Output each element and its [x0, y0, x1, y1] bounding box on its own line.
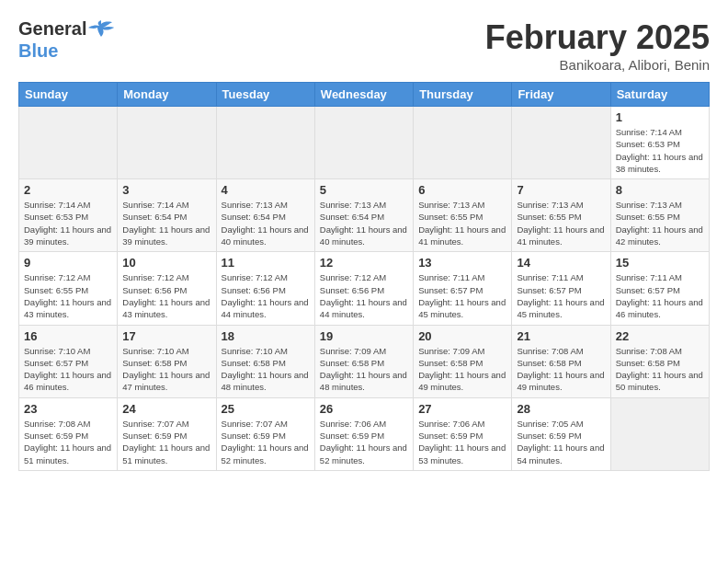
weekday-header-saturday: Saturday [610, 83, 709, 107]
day-info: Sunrise: 7:11 AM Sunset: 6:57 PM Dayligh… [616, 271, 704, 320]
calendar-week-3: 9Sunrise: 7:12 AM Sunset: 6:55 PM Daylig… [19, 252, 710, 325]
day-info: Sunrise: 7:11 AM Sunset: 6:57 PM Dayligh… [418, 271, 506, 320]
calendar-week-4: 16Sunrise: 7:10 AM Sunset: 6:57 PM Dayli… [19, 325, 710, 397]
day-number: 3 [122, 183, 210, 197]
day-info: Sunrise: 7:10 AM Sunset: 6:58 PM Dayligh… [222, 345, 310, 394]
calendar-cell: 6Sunrise: 7:13 AM Sunset: 6:55 PM Daylig… [414, 179, 512, 252]
logo-bird-icon [88, 20, 114, 37]
day-info: Sunrise: 7:12 AM Sunset: 6:56 PM Dayligh… [122, 271, 210, 320]
day-number: 21 [517, 329, 605, 343]
day-number: 11 [222, 256, 310, 270]
calendar-table: SundayMondayTuesdayWednesdayThursdayFrid… [18, 82, 710, 471]
day-number: 27 [418, 402, 506, 416]
calendar-week-5: 23Sunrise: 7:08 AM Sunset: 6:59 PM Dayli… [19, 397, 710, 470]
calendar-cell [414, 107, 512, 179]
calendar-cell [19, 107, 118, 179]
month-year-title: February 2025 [485, 18, 710, 57]
calendar-cell: 1Sunrise: 7:14 AM Sunset: 6:53 PM Daylig… [610, 107, 709, 179]
weekday-header-friday: Friday [512, 83, 610, 107]
calendar-cell: 12Sunrise: 7:12 AM Sunset: 6:56 PM Dayli… [314, 252, 413, 325]
calendar-cell: 25Sunrise: 7:07 AM Sunset: 6:59 PM Dayli… [216, 397, 314, 470]
day-number: 14 [517, 256, 605, 270]
day-number: 5 [320, 183, 408, 197]
day-number: 6 [418, 183, 506, 197]
day-info: Sunrise: 7:14 AM Sunset: 6:53 PM Dayligh… [24, 199, 112, 247]
calendar-cell [118, 107, 216, 179]
day-number: 9 [24, 256, 112, 270]
weekday-header-sunday: Sunday [19, 83, 118, 107]
calendar-cell: 14Sunrise: 7:11 AM Sunset: 6:57 PM Dayli… [512, 252, 610, 325]
calendar-cell: 18Sunrise: 7:10 AM Sunset: 6:58 PM Dayli… [216, 325, 314, 397]
calendar-cell: 20Sunrise: 7:09 AM Sunset: 6:58 PM Dayli… [414, 325, 512, 397]
calendar-cell: 10Sunrise: 7:12 AM Sunset: 6:56 PM Dayli… [118, 252, 216, 325]
calendar-cell: 21Sunrise: 7:08 AM Sunset: 6:58 PM Dayli… [512, 325, 610, 397]
day-info: Sunrise: 7:08 AM Sunset: 6:58 PM Dayligh… [616, 345, 704, 394]
calendar-cell: 19Sunrise: 7:09 AM Sunset: 6:58 PM Dayli… [314, 325, 413, 397]
calendar-cell [314, 107, 413, 179]
calendar-week-2: 2Sunrise: 7:14 AM Sunset: 6:53 PM Daylig… [19, 179, 710, 252]
day-number: 12 [320, 256, 408, 270]
day-number: 23 [24, 402, 112, 416]
calendar-cell: 13Sunrise: 7:11 AM Sunset: 6:57 PM Dayli… [414, 252, 512, 325]
day-info: Sunrise: 7:07 AM Sunset: 6:59 PM Dayligh… [122, 418, 210, 466]
day-number: 24 [122, 402, 210, 416]
day-info: Sunrise: 7:12 AM Sunset: 6:55 PM Dayligh… [24, 271, 112, 320]
weekday-header-tuesday: Tuesday [216, 83, 314, 107]
calendar-cell: 8Sunrise: 7:13 AM Sunset: 6:55 PM Daylig… [610, 179, 709, 252]
logo-general: General [18, 18, 86, 39]
day-number: 19 [320, 329, 408, 343]
calendar-cell: 15Sunrise: 7:11 AM Sunset: 6:57 PM Dayli… [610, 252, 709, 325]
day-info: Sunrise: 7:08 AM Sunset: 6:59 PM Dayligh… [24, 418, 112, 466]
day-info: Sunrise: 7:11 AM Sunset: 6:57 PM Dayligh… [517, 271, 605, 320]
day-info: Sunrise: 7:12 AM Sunset: 6:56 PM Dayligh… [320, 271, 408, 320]
day-info: Sunrise: 7:10 AM Sunset: 6:58 PM Dayligh… [122, 345, 210, 394]
day-number: 1 [616, 110, 704, 124]
day-number: 16 [24, 329, 112, 343]
day-number: 10 [122, 256, 210, 270]
calendar-cell: 5Sunrise: 7:13 AM Sunset: 6:54 PM Daylig… [314, 179, 413, 252]
weekday-header-wednesday: Wednesday [314, 83, 413, 107]
calendar-cell: 23Sunrise: 7:08 AM Sunset: 6:59 PM Dayli… [19, 397, 118, 470]
day-number: 17 [122, 329, 210, 343]
logo: General Blue [18, 18, 114, 61]
calendar-cell: 24Sunrise: 7:07 AM Sunset: 6:59 PM Dayli… [118, 397, 216, 470]
calendar-cell [512, 107, 610, 179]
day-info: Sunrise: 7:10 AM Sunset: 6:57 PM Dayligh… [24, 345, 112, 394]
day-number: 15 [616, 256, 704, 270]
day-info: Sunrise: 7:13 AM Sunset: 6:55 PM Dayligh… [418, 199, 506, 247]
day-info: Sunrise: 7:13 AM Sunset: 6:55 PM Dayligh… [616, 199, 704, 247]
day-info: Sunrise: 7:05 AM Sunset: 6:59 PM Dayligh… [517, 418, 605, 466]
day-number: 8 [616, 183, 704, 197]
day-info: Sunrise: 7:14 AM Sunset: 6:54 PM Dayligh… [122, 199, 210, 247]
calendar-cell: 27Sunrise: 7:06 AM Sunset: 6:59 PM Dayli… [414, 397, 512, 470]
calendar-cell: 9Sunrise: 7:12 AM Sunset: 6:55 PM Daylig… [19, 252, 118, 325]
calendar-cell: 7Sunrise: 7:13 AM Sunset: 6:55 PM Daylig… [512, 179, 610, 252]
day-number: 22 [616, 329, 704, 343]
calendar-cell: 16Sunrise: 7:10 AM Sunset: 6:57 PM Dayli… [19, 325, 118, 397]
day-number: 25 [222, 402, 310, 416]
day-info: Sunrise: 7:09 AM Sunset: 6:58 PM Dayligh… [418, 345, 506, 394]
day-info: Sunrise: 7:13 AM Sunset: 6:54 PM Dayligh… [320, 199, 408, 247]
day-number: 18 [222, 329, 310, 343]
day-info: Sunrise: 7:14 AM Sunset: 6:53 PM Dayligh… [616, 126, 704, 175]
logo-blue: Blue [18, 40, 114, 61]
calendar-cell: 26Sunrise: 7:06 AM Sunset: 6:59 PM Dayli… [314, 397, 413, 470]
weekday-header-thursday: Thursday [414, 83, 512, 107]
calendar-cell: 11Sunrise: 7:12 AM Sunset: 6:56 PM Dayli… [216, 252, 314, 325]
calendar-cell: 17Sunrise: 7:10 AM Sunset: 6:58 PM Dayli… [118, 325, 216, 397]
day-info: Sunrise: 7:13 AM Sunset: 6:55 PM Dayligh… [517, 199, 605, 247]
calendar-cell [216, 107, 314, 179]
day-info: Sunrise: 7:06 AM Sunset: 6:59 PM Dayligh… [418, 418, 506, 466]
day-number: 26 [320, 402, 408, 416]
weekday-header-monday: Monday [118, 83, 216, 107]
day-number: 13 [418, 256, 506, 270]
day-info: Sunrise: 7:09 AM Sunset: 6:58 PM Dayligh… [320, 345, 408, 394]
day-info: Sunrise: 7:06 AM Sunset: 6:59 PM Dayligh… [320, 418, 408, 466]
calendar-week-1: 1Sunrise: 7:14 AM Sunset: 6:53 PM Daylig… [19, 107, 710, 179]
calendar-cell [610, 397, 709, 470]
day-info: Sunrise: 7:12 AM Sunset: 6:56 PM Dayligh… [222, 271, 310, 320]
day-info: Sunrise: 7:08 AM Sunset: 6:58 PM Dayligh… [517, 345, 605, 394]
calendar-cell: 22Sunrise: 7:08 AM Sunset: 6:58 PM Dayli… [610, 325, 709, 397]
calendar-cell: 4Sunrise: 7:13 AM Sunset: 6:54 PM Daylig… [216, 179, 314, 252]
day-number: 4 [222, 183, 310, 197]
